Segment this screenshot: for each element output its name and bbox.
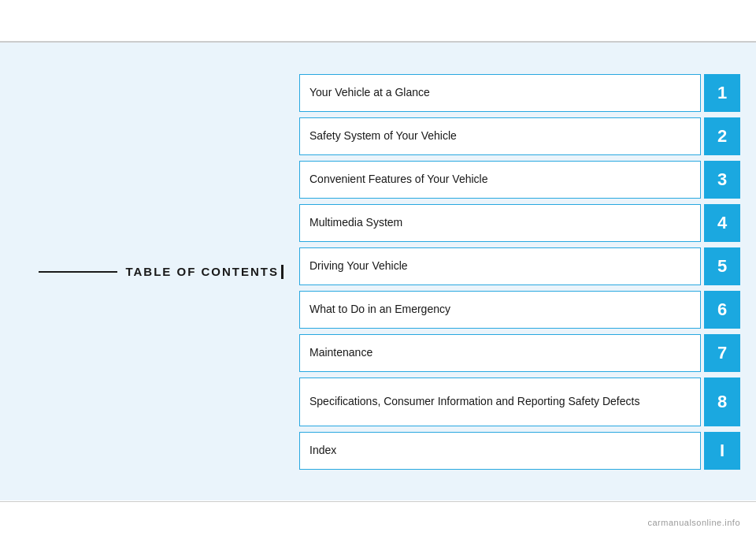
toc-text-box-9: Index (299, 432, 701, 470)
toc-row-1[interactable]: Your Vehicle at a Glance1 (299, 74, 740, 112)
toc-label-container: TABLE OF CONTENTS (39, 265, 284, 279)
toc-number-6: 6 (704, 291, 740, 329)
toc-number-4: 4 (704, 204, 740, 242)
toc-text-box-6: What to Do in an Emergency (299, 291, 701, 329)
main-content-area: TABLE OF CONTENTS Your Vehicle at a Glan… (0, 43, 756, 500)
brand-watermark: carmanualsonline.info (647, 518, 740, 527)
toc-number-5: 5 (704, 247, 740, 285)
toc-text-box-4: Multimedia System (299, 204, 701, 242)
toc-label: TABLE OF CONTENTS (125, 265, 279, 278)
toc-row-9[interactable]: IndexI (299, 432, 740, 470)
toc-number-2: 2 (704, 117, 740, 155)
toc-row-2[interactable]: Safety System of Your Vehicle2 (299, 117, 740, 155)
toc-row-6[interactable]: What to Do in an Emergency6 (299, 291, 740, 329)
toc-text-box-5: Driving Your Vehicle (299, 247, 701, 285)
bottom-divider (0, 501, 756, 503)
toc-text-5: Driving Your Vehicle (309, 258, 408, 273)
toc-row-7[interactable]: Maintenance7 (299, 334, 740, 372)
toc-number-3: 3 (704, 161, 740, 199)
left-panel: TABLE OF CONTENTS (0, 265, 299, 279)
toc-text-box-3: Convenient Features of Your Vehicle (299, 161, 701, 199)
toc-text-9: Index (309, 443, 336, 457)
toc-number-9: I (704, 432, 740, 470)
toc-cursor (281, 265, 284, 279)
toc-number-8: 8 (704, 377, 740, 426)
toc-row-4[interactable]: Multimedia System4 (299, 204, 740, 242)
toc-text-8: Specifications, Consumer Information and… (309, 394, 639, 408)
toc-text-box-2: Safety System of Your Vehicle (299, 117, 701, 155)
toc-text-4: Multimedia System (309, 215, 402, 229)
toc-text-1: Your Vehicle at a Glance (309, 85, 430, 99)
toc-row-5[interactable]: Driving Your Vehicle5 (299, 247, 740, 285)
toc-line (39, 271, 117, 273)
toc-row-8[interactable]: Specifications, Consumer Information and… (299, 377, 740, 426)
toc-text-box-7: Maintenance (299, 334, 701, 372)
toc-text-box-1: Your Vehicle at a Glance (299, 74, 701, 112)
toc-text-7: Maintenance (309, 345, 372, 359)
toc-number-1: 1 (704, 74, 740, 112)
toc-number-7: 7 (704, 334, 740, 372)
toc-text-box-8: Specifications, Consumer Information and… (299, 377, 701, 426)
toc-list: Your Vehicle at a Glance1Safety System o… (299, 66, 756, 478)
toc-text-2: Safety System of Your Vehicle (309, 128, 457, 143)
toc-row-3[interactable]: Convenient Features of Your Vehicle3 (299, 161, 740, 199)
toc-text-3: Convenient Features of Your Vehicle (309, 172, 488, 186)
toc-text-6: What to Do in an Emergency (309, 302, 450, 316)
